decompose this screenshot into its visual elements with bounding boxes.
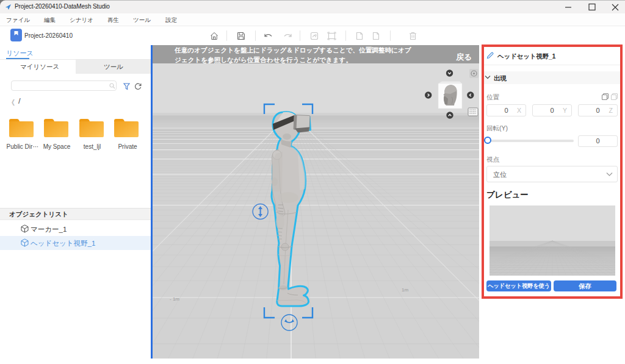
svg-text:- 1m: - 1m <box>170 296 179 302</box>
svg-text:1m: 1m <box>402 287 408 293</box>
